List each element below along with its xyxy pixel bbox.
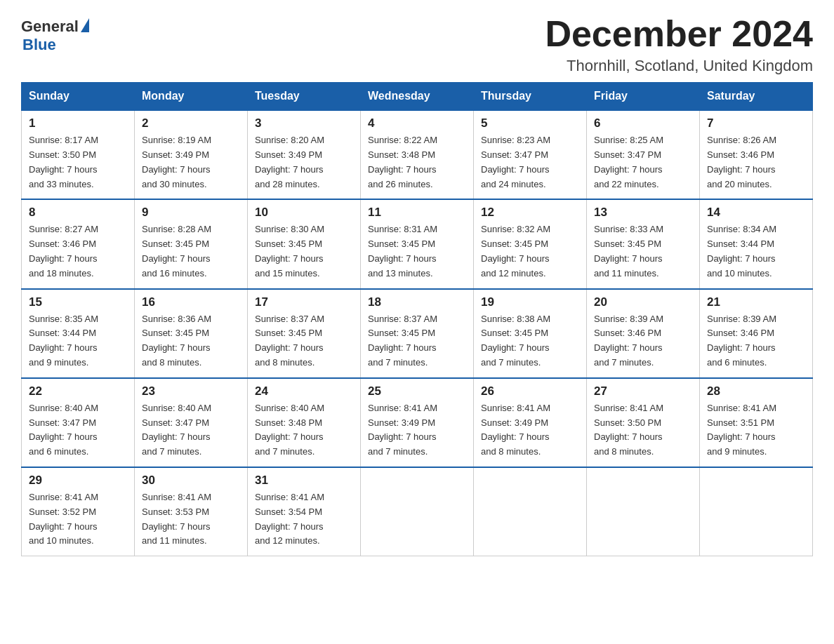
table-row: 29 Sunrise: 8:41 AM Sunset: 3:52 PM Dayl… [22, 467, 135, 556]
table-row: 20 Sunrise: 8:39 AM Sunset: 3:46 PM Dayl… [587, 289, 700, 378]
day-info: Sunrise: 8:40 AM Sunset: 3:48 PM Dayligh… [255, 401, 353, 459]
table-row: 4 Sunrise: 8:22 AM Sunset: 3:48 PM Dayli… [361, 110, 474, 199]
logo: General Blue [21, 14, 89, 54]
day-info: Sunrise: 8:40 AM Sunset: 3:47 PM Dayligh… [142, 401, 240, 459]
col-thursday: Thursday [474, 83, 587, 111]
logo-triangle-icon [81, 18, 89, 32]
day-info: Sunrise: 8:38 AM Sunset: 3:45 PM Dayligh… [481, 312, 579, 370]
day-info: Sunrise: 8:41 AM Sunset: 3:51 PM Dayligh… [707, 401, 805, 459]
day-info: Sunrise: 8:39 AM Sunset: 3:46 PM Dayligh… [594, 312, 692, 370]
day-info: Sunrise: 8:22 AM Sunset: 3:48 PM Dayligh… [368, 133, 466, 192]
table-row: 23 Sunrise: 8:40 AM Sunset: 3:47 PM Dayl… [135, 378, 248, 467]
day-info: Sunrise: 8:27 AM Sunset: 3:46 PM Dayligh… [29, 222, 127, 281]
table-row: 6 Sunrise: 8:25 AM Sunset: 3:47 PM Dayli… [587, 110, 700, 199]
calendar-header: Sunday Monday Tuesday Wednesday Thursday… [22, 83, 813, 111]
table-row: 1 Sunrise: 8:17 AM Sunset: 3:50 PM Dayli… [22, 110, 135, 199]
table-row: 28 Sunrise: 8:41 AM Sunset: 3:51 PM Dayl… [700, 378, 813, 467]
day-info: Sunrise: 8:20 AM Sunset: 3:49 PM Dayligh… [255, 133, 353, 192]
day-number: 3 [255, 116, 353, 130]
col-wednesday: Wednesday [361, 83, 474, 111]
day-number: 15 [29, 295, 127, 309]
day-number: 6 [594, 116, 692, 130]
day-number: 1 [29, 116, 127, 130]
table-row: 13 Sunrise: 8:33 AM Sunset: 3:45 PM Dayl… [587, 199, 700, 288]
day-number: 8 [29, 206, 127, 220]
logo-general-text: General [21, 18, 79, 36]
table-row: 8 Sunrise: 8:27 AM Sunset: 3:46 PM Dayli… [22, 199, 135, 288]
page-header: General Blue December 2024 Thornhill, Sc… [21, 14, 813, 75]
day-number: 22 [29, 384, 127, 398]
table-row: 30 Sunrise: 8:41 AM Sunset: 3:53 PM Dayl… [135, 467, 248, 556]
calendar-week-4: 22 Sunrise: 8:40 AM Sunset: 3:47 PM Dayl… [22, 378, 813, 467]
day-number: 26 [481, 384, 579, 398]
day-number: 9 [142, 206, 240, 220]
table-row: 11 Sunrise: 8:31 AM Sunset: 3:45 PM Dayl… [361, 199, 474, 288]
day-number: 19 [481, 295, 579, 309]
calendar-week-2: 8 Sunrise: 8:27 AM Sunset: 3:46 PM Dayli… [22, 199, 813, 288]
table-row: 5 Sunrise: 8:23 AM Sunset: 3:47 PM Dayli… [474, 110, 587, 199]
col-sunday: Sunday [22, 83, 135, 111]
day-info: Sunrise: 8:41 AM Sunset: 3:54 PM Dayligh… [255, 490, 353, 549]
day-number: 30 [142, 474, 240, 488]
table-row: 26 Sunrise: 8:41 AM Sunset: 3:49 PM Dayl… [474, 378, 587, 467]
table-row [700, 467, 813, 556]
table-row: 7 Sunrise: 8:26 AM Sunset: 3:46 PM Dayli… [700, 110, 813, 199]
day-number: 14 [707, 206, 805, 220]
table-row: 31 Sunrise: 8:41 AM Sunset: 3:54 PM Dayl… [248, 467, 361, 556]
table-row [361, 467, 474, 556]
day-number: 10 [255, 206, 353, 220]
day-number: 13 [594, 206, 692, 220]
table-row: 18 Sunrise: 8:37 AM Sunset: 3:45 PM Dayl… [361, 289, 474, 378]
day-number: 24 [255, 384, 353, 398]
table-row: 27 Sunrise: 8:41 AM Sunset: 3:50 PM Dayl… [587, 378, 700, 467]
day-number: 5 [481, 116, 579, 130]
day-info: Sunrise: 8:32 AM Sunset: 3:45 PM Dayligh… [481, 222, 579, 281]
day-info: Sunrise: 8:41 AM Sunset: 3:49 PM Dayligh… [368, 401, 466, 459]
col-tuesday: Tuesday [248, 83, 361, 111]
table-row: 14 Sunrise: 8:34 AM Sunset: 3:44 PM Dayl… [700, 199, 813, 288]
calendar-week-5: 29 Sunrise: 8:41 AM Sunset: 3:52 PM Dayl… [22, 467, 813, 556]
month-title: December 2024 [545, 14, 813, 54]
day-info: Sunrise: 8:36 AM Sunset: 3:45 PM Dayligh… [142, 312, 240, 370]
col-saturday: Saturday [700, 83, 813, 111]
table-row: 12 Sunrise: 8:32 AM Sunset: 3:45 PM Dayl… [474, 199, 587, 288]
day-info: Sunrise: 8:28 AM Sunset: 3:45 PM Dayligh… [142, 222, 240, 281]
day-info: Sunrise: 8:26 AM Sunset: 3:46 PM Dayligh… [707, 133, 805, 192]
table-row: 21 Sunrise: 8:39 AM Sunset: 3:46 PM Dayl… [700, 289, 813, 378]
day-number: 29 [29, 474, 127, 488]
table-row: 19 Sunrise: 8:38 AM Sunset: 3:45 PM Dayl… [474, 289, 587, 378]
day-info: Sunrise: 8:37 AM Sunset: 3:45 PM Dayligh… [368, 312, 466, 370]
table-row: 22 Sunrise: 8:40 AM Sunset: 3:47 PM Dayl… [22, 378, 135, 467]
day-info: Sunrise: 8:41 AM Sunset: 3:52 PM Dayligh… [29, 490, 127, 549]
table-row: 25 Sunrise: 8:41 AM Sunset: 3:49 PM Dayl… [361, 378, 474, 467]
day-number: 31 [255, 474, 353, 488]
day-info: Sunrise: 8:33 AM Sunset: 3:45 PM Dayligh… [594, 222, 692, 281]
day-info: Sunrise: 8:23 AM Sunset: 3:47 PM Dayligh… [481, 133, 579, 192]
day-info: Sunrise: 8:35 AM Sunset: 3:44 PM Dayligh… [29, 312, 127, 370]
day-info: Sunrise: 8:34 AM Sunset: 3:44 PM Dayligh… [707, 222, 805, 281]
day-number: 25 [368, 384, 466, 398]
location-title: Thornhill, Scotland, United Kingdom [545, 57, 813, 75]
day-number: 20 [594, 295, 692, 309]
calendar-table: Sunday Monday Tuesday Wednesday Thursday… [21, 82, 813, 556]
day-number: 17 [255, 295, 353, 309]
day-info: Sunrise: 8:39 AM Sunset: 3:46 PM Dayligh… [707, 312, 805, 370]
table-row: 2 Sunrise: 8:19 AM Sunset: 3:49 PM Dayli… [135, 110, 248, 199]
day-info: Sunrise: 8:30 AM Sunset: 3:45 PM Dayligh… [255, 222, 353, 281]
day-number: 12 [481, 206, 579, 220]
day-number: 16 [142, 295, 240, 309]
day-number: 11 [368, 206, 466, 220]
calendar-body: 1 Sunrise: 8:17 AM Sunset: 3:50 PM Dayli… [22, 110, 813, 556]
calendar-week-3: 15 Sunrise: 8:35 AM Sunset: 3:44 PM Dayl… [22, 289, 813, 378]
day-number: 21 [707, 295, 805, 309]
day-info: Sunrise: 8:19 AM Sunset: 3:49 PM Dayligh… [142, 133, 240, 192]
day-number: 28 [707, 384, 805, 398]
day-info: Sunrise: 8:41 AM Sunset: 3:53 PM Dayligh… [142, 490, 240, 549]
day-info: Sunrise: 8:17 AM Sunset: 3:50 PM Dayligh… [29, 133, 127, 192]
day-info: Sunrise: 8:37 AM Sunset: 3:45 PM Dayligh… [255, 312, 353, 370]
table-row: 17 Sunrise: 8:37 AM Sunset: 3:45 PM Dayl… [248, 289, 361, 378]
table-row: 24 Sunrise: 8:40 AM Sunset: 3:48 PM Dayl… [248, 378, 361, 467]
table-row [587, 467, 700, 556]
day-number: 4 [368, 116, 466, 130]
table-row: 9 Sunrise: 8:28 AM Sunset: 3:45 PM Dayli… [135, 199, 248, 288]
